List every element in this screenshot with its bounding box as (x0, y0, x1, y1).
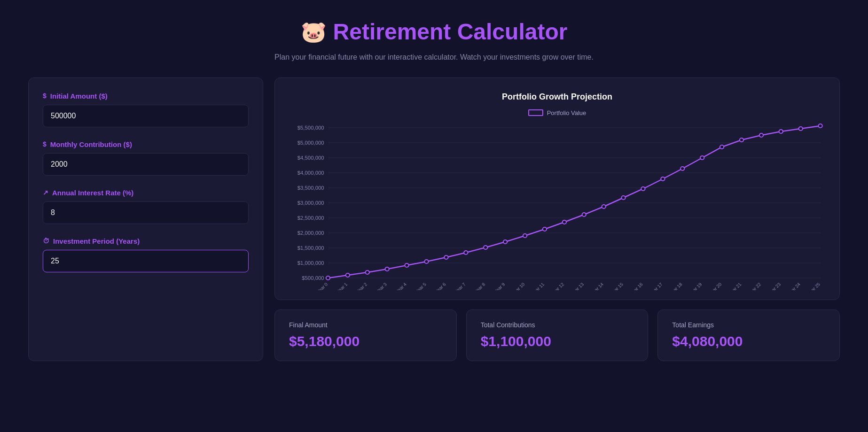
chart-area: $5,500,000 $5,000,000 $4,500,000 $4,000,… (289, 121, 825, 290)
svg-point-32 (523, 234, 527, 238)
legend-label: Portfolio Value (547, 109, 586, 116)
investment-period-group: ⏱ Investment Period (Years) (43, 237, 249, 272)
svg-text:Year 19: Year 19 (688, 281, 703, 290)
page-subtitle: Plan your financial future with our inte… (9, 51, 859, 63)
interest-rate-label: ↗ Annual Interest Rate (%) (43, 189, 249, 197)
svg-point-30 (484, 246, 487, 249)
monthly-contribution-group: $ Monthly Contribution ($) (43, 140, 249, 176)
svg-text:$3,000,000: $3,000,000 (297, 200, 324, 206)
svg-point-24 (366, 270, 369, 274)
svg-point-41 (700, 156, 704, 160)
svg-point-28 (444, 255, 448, 259)
svg-text:$3,500,000: $3,500,000 (297, 185, 324, 191)
svg-point-45 (779, 130, 783, 133)
investment-period-input[interactable] (43, 250, 249, 272)
svg-point-23 (346, 273, 350, 277)
total-earnings-card: Total Earnings $4,080,000 (657, 309, 840, 361)
svg-point-29 (464, 251, 468, 255)
svg-point-27 (424, 260, 428, 263)
investment-period-label: ⏱ Investment Period (Years) (43, 237, 249, 245)
svg-text:Year 18: Year 18 (668, 281, 683, 290)
svg-text:Year 24: Year 24 (787, 281, 802, 290)
chart-card: Portfolio Growth Projection Portfolio Va… (274, 77, 840, 300)
input-panel: $ Initial Amount ($) $ Monthly Contribut… (28, 77, 263, 361)
svg-text:Year 4: Year 4 (394, 281, 407, 290)
svg-point-38 (641, 187, 645, 191)
total-earnings-value: $4,080,000 (672, 333, 825, 349)
svg-text:Year 22: Year 22 (747, 281, 762, 290)
svg-point-33 (543, 227, 547, 231)
svg-text:Year 14: Year 14 (589, 281, 604, 290)
trend-icon: ↗ (43, 189, 48, 196)
svg-text:Year 13: Year 13 (570, 281, 585, 290)
svg-text:$2,500,000: $2,500,000 (297, 215, 324, 221)
initial-amount-input[interactable] (43, 105, 249, 127)
svg-text:$5,500,000: $5,500,000 (297, 125, 324, 131)
clock-icon: ⏱ (43, 237, 49, 245)
initial-amount-group: $ Initial Amount ($) (43, 92, 249, 127)
final-amount-card: Final Amount $5,180,000 (274, 309, 457, 361)
svg-point-42 (720, 145, 724, 149)
final-amount-label: Final Amount (289, 321, 442, 329)
svg-point-44 (759, 133, 763, 137)
svg-text:Year 23: Year 23 (767, 281, 782, 290)
svg-text:$500,000: $500,000 (302, 275, 324, 281)
svg-point-31 (503, 240, 507, 244)
svg-text:Year 0: Year 0 (316, 281, 329, 290)
dollar-icon-2: $ (43, 140, 47, 148)
svg-point-35 (582, 213, 586, 216)
svg-text:Year 12: Year 12 (550, 281, 565, 290)
svg-point-34 (563, 220, 566, 224)
stats-row: Final Amount $5,180,000 Total Contributi… (274, 309, 840, 361)
page-title: 🐷 Retirement Calculator (9, 19, 859, 45)
svg-text:$5,000,000: $5,000,000 (297, 140, 324, 146)
svg-text:Year 2: Year 2 (355, 281, 368, 290)
svg-text:Year 16: Year 16 (629, 281, 644, 290)
svg-text:Year 1: Year 1 (336, 281, 349, 290)
svg-point-39 (661, 177, 665, 181)
total-earnings-label: Total Earnings (672, 321, 825, 329)
svg-text:Year 8: Year 8 (473, 281, 486, 290)
svg-text:Year 11: Year 11 (531, 281, 546, 290)
svg-text:Year 21: Year 21 (727, 281, 743, 290)
monthly-contribution-input[interactable] (43, 153, 249, 176)
total-contributions-card: Total Contributions $1,100,000 (466, 309, 649, 361)
svg-text:$2,000,000: $2,000,000 (297, 230, 324, 236)
monthly-contribution-label: $ Monthly Contribution ($) (43, 140, 249, 148)
svg-point-46 (799, 127, 803, 131)
svg-text:Year 5: Year 5 (414, 281, 427, 290)
svg-text:Year 15: Year 15 (609, 281, 624, 290)
interest-rate-group: ↗ Annual Interest Rate (%) (43, 189, 249, 224)
svg-text:Year 3: Year 3 (375, 281, 388, 290)
piggy-icon: 🐷 (301, 20, 327, 44)
svg-text:Year 10: Year 10 (511, 281, 526, 290)
svg-point-22 (326, 276, 330, 280)
main-content: $ Initial Amount ($) $ Monthly Contribut… (0, 77, 868, 380)
svg-text:$4,500,000: $4,500,000 (297, 155, 324, 161)
total-contributions-label: Total Contributions (481, 321, 634, 329)
dollar-icon-1: $ (43, 92, 47, 100)
final-amount-value: $5,180,000 (289, 333, 442, 349)
svg-point-40 (680, 167, 684, 170)
svg-point-26 (405, 263, 408, 267)
svg-text:Year 25: Year 25 (806, 281, 821, 290)
svg-point-36 (602, 205, 606, 208)
svg-text:Year 20: Year 20 (708, 281, 723, 290)
svg-text:Year 7: Year 7 (454, 281, 467, 290)
chart-legend: Portfolio Value (289, 109, 825, 116)
interest-rate-input[interactable] (43, 201, 249, 224)
right-panel: Portfolio Growth Projection Portfolio Va… (274, 77, 840, 361)
svg-point-37 (621, 196, 625, 200)
initial-amount-label: $ Initial Amount ($) (43, 92, 249, 100)
svg-text:$4,000,000: $4,000,000 (297, 170, 324, 176)
legend-box (528, 109, 543, 116)
svg-text:$1,500,000: $1,500,000 (297, 245, 324, 251)
svg-point-25 (385, 267, 389, 271)
svg-point-43 (740, 138, 743, 142)
svg-point-47 (818, 124, 822, 128)
page-header: 🐷 Retirement Calculator Plan your financ… (0, 0, 868, 77)
svg-text:Year 9: Year 9 (493, 281, 506, 290)
svg-text:Year 17: Year 17 (649, 281, 664, 290)
total-contributions-value: $1,100,000 (481, 333, 634, 349)
svg-text:$1,000,000: $1,000,000 (297, 260, 324, 266)
